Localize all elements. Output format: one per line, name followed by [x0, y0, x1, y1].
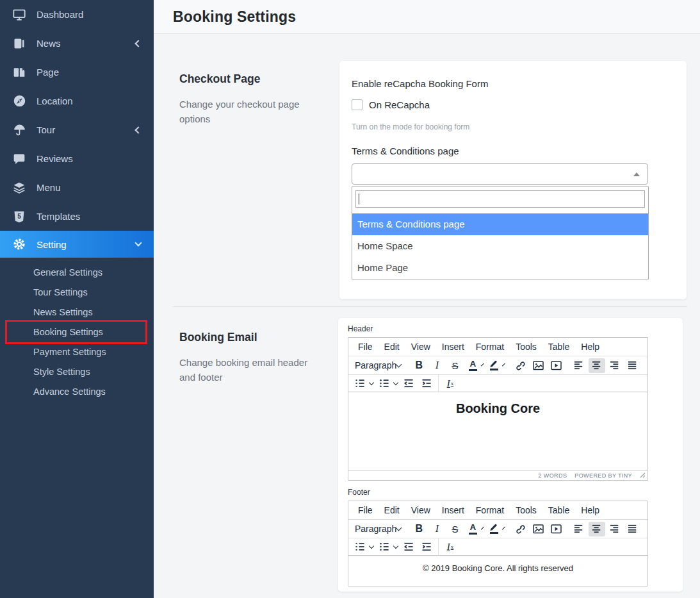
checkout-section-info: Checkout Page Change your checkout page …	[154, 60, 339, 299]
sidebar-item-label: Location	[37, 96, 142, 106]
sidebar-item-setting[interactable]: Setting	[0, 231, 154, 258]
dropdown-option-home-space[interactable]: Home Space	[352, 235, 648, 257]
numbered-list-chevron-icon[interactable]	[369, 380, 374, 385]
sidebar-item-menu[interactable]: Menu	[0, 173, 154, 202]
outdent-button[interactable]	[400, 540, 417, 554]
clear-formatting-button[interactable]: Ix	[442, 376, 459, 391]
sidebar-item-dashboard[interactable]: Dashboard	[0, 0, 154, 29]
media-button[interactable]	[548, 522, 564, 536]
bold-button[interactable]: B	[411, 522, 427, 536]
submenu-item-booking-settings[interactable]: Booking Settings	[0, 322, 154, 342]
email-section-title: Booking Email	[179, 331, 339, 344]
align-left-button[interactable]	[571, 522, 587, 536]
align-center-button[interactable]	[589, 522, 605, 536]
checkout-section-desc: Change your checkout page options	[179, 97, 314, 126]
menu-help[interactable]: Help	[575, 504, 605, 517]
menu-help[interactable]: Help	[575, 340, 605, 353]
recaptcha-checkbox-label[interactable]: On ReCapcha	[369, 99, 430, 110]
image-button[interactable]	[530, 522, 546, 536]
align-left-button[interactable]	[571, 358, 587, 373]
highlight-color-chevron-icon[interactable]	[502, 527, 505, 530]
bullet-list-chevron-icon[interactable]	[393, 544, 398, 549]
dropdown-search-input[interactable]	[355, 190, 645, 208]
image-button[interactable]	[530, 358, 546, 373]
clipped-text-remnant	[352, 65, 674, 69]
menu-insert[interactable]: Insert	[436, 504, 470, 517]
link-button[interactable]	[512, 358, 528, 373]
paragraph-style-select[interactable]: Paragraph	[351, 360, 405, 370]
text-color-button[interactable]: A	[464, 522, 481, 536]
checkout-section-title: Checkout Page	[179, 72, 339, 86]
highlight-color-button[interactable]	[485, 358, 502, 373]
dropdown-option-home-page[interactable]: Home Page	[352, 257, 648, 279]
sidebar-item-tour[interactable]: Tour	[0, 115, 154, 144]
media-button[interactable]	[548, 358, 564, 373]
recaptcha-checkbox[interactable]	[352, 99, 362, 110]
terms-page-select[interactable]	[352, 163, 648, 185]
menu-table[interactable]: Table	[542, 340, 575, 353]
terms-page-dropdown: Terms & Conditions page Home Space Home …	[352, 187, 649, 279]
bullet-list-button[interactable]	[376, 540, 393, 554]
indent-button[interactable]	[418, 376, 435, 391]
highlight-color-chevron-icon[interactable]	[502, 363, 505, 367]
menu-insert[interactable]: Insert	[436, 340, 470, 353]
outdent-button[interactable]	[400, 376, 417, 391]
numbered-list-chevron-icon[interactable]	[369, 544, 374, 549]
sidebar-item-location[interactable]: Location	[0, 87, 154, 115]
indent-button[interactable]	[418, 540, 435, 554]
submenu-item-payment-settings[interactable]: Payment Settings	[0, 342, 154, 362]
clear-formatting-button[interactable]: Ix	[442, 540, 459, 554]
menu-tools[interactable]: Tools	[510, 340, 542, 353]
submenu-item-general-settings[interactable]: General Settings	[0, 263, 154, 283]
sidebar-item-page[interactable]: Page	[0, 58, 154, 87]
align-right-button[interactable]	[606, 522, 623, 536]
submenu-item-advance-settings[interactable]: Advance Settings	[0, 382, 154, 402]
bullet-list-button[interactable]	[376, 376, 393, 391]
email-section-info: Booking Email Change booking email heade…	[154, 318, 339, 592]
menu-format[interactable]: Format	[470, 340, 510, 353]
sidebar-item-news[interactable]: News	[0, 29, 154, 58]
sidebar: Dashboard News Page Location Tour Review…	[0, 0, 154, 598]
italic-button[interactable]: I	[428, 522, 445, 536]
align-right-button[interactable]	[606, 358, 623, 373]
menu-tools[interactable]: Tools	[510, 504, 542, 517]
text-color-button[interactable]: A	[464, 358, 481, 373]
menu-file[interactable]: File	[352, 504, 378, 517]
editor-toolbar-row1: Paragraph B I S A	[348, 356, 647, 374]
menu-edit[interactable]: Edit	[378, 504, 405, 517]
resize-grip-icon[interactable]	[640, 472, 646, 478]
menu-view[interactable]: View	[405, 504, 436, 517]
link-button[interactable]	[512, 522, 528, 536]
strikethrough-button[interactable]: S	[446, 358, 463, 373]
compass-icon	[12, 94, 27, 109]
menu-file[interactable]: File	[352, 340, 378, 353]
paragraph-style-select[interactable]: Paragraph	[351, 524, 405, 534]
menu-view[interactable]: View	[405, 340, 436, 353]
text-color-chevron-icon[interactable]	[481, 527, 484, 530]
sidebar-item-label: Reviews	[37, 153, 142, 164]
justify-button[interactable]	[624, 522, 641, 536]
justify-button[interactable]	[624, 358, 641, 373]
sidebar-item-templates[interactable]: 5 Templates	[0, 202, 154, 231]
bullet-list-chevron-icon[interactable]	[393, 380, 398, 385]
booking-email-section: Booking Email Change booking email heade…	[154, 318, 700, 592]
dropdown-option-terms[interactable]: Terms & Conditions page	[352, 213, 648, 235]
numbered-list-button[interactable]	[352, 540, 368, 554]
sidebar-item-reviews[interactable]: Reviews	[0, 144, 154, 173]
text-color-chevron-icon[interactable]	[481, 363, 484, 367]
menu-table[interactable]: Table	[542, 504, 575, 517]
bold-button[interactable]: B	[411, 358, 427, 373]
strikethrough-button[interactable]: S	[446, 522, 463, 536]
submenu-item-news-settings[interactable]: News Settings	[0, 303, 154, 322]
menu-edit[interactable]: Edit	[378, 340, 405, 353]
align-center-button[interactable]	[589, 358, 605, 373]
italic-button[interactable]: I	[428, 358, 445, 373]
header-editor: File Edit View Insert Format Tools Table…	[348, 337, 648, 481]
menu-format[interactable]: Format	[470, 504, 510, 517]
footer-editor-content[interactable]: © 2019 Booking Core. All rights reserved	[348, 555, 647, 586]
highlight-color-button[interactable]	[485, 522, 502, 536]
submenu-item-tour-settings[interactable]: Tour Settings	[0, 283, 154, 303]
header-editor-content[interactable]: Booking Core	[348, 392, 647, 470]
submenu-item-style-settings[interactable]: Style Settings	[0, 362, 154, 382]
numbered-list-button[interactable]	[352, 376, 368, 391]
